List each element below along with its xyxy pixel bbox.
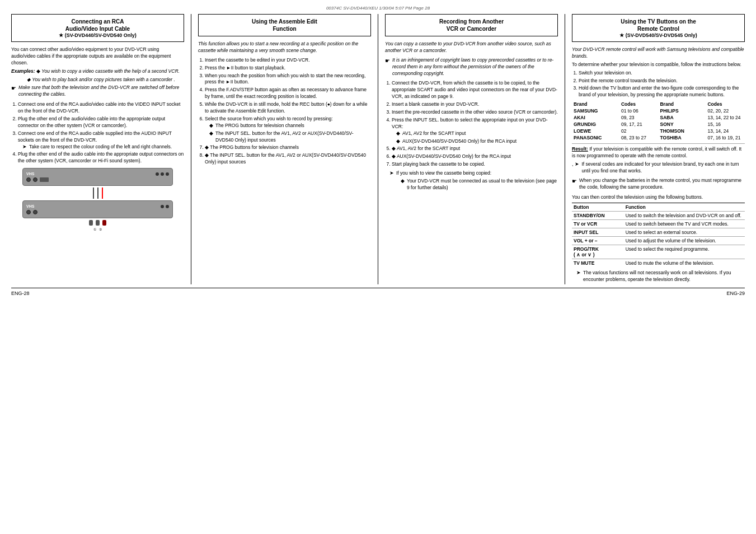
vcr-images-area: VHS — [11, 168, 184, 231]
col1-steps: Connect one end of the RCA audio/video c… — [11, 101, 184, 165]
col2-step2: Press the ►II button to start playback. — [205, 65, 371, 72]
col3-step7: Start playing back the cassette to be co… — [392, 161, 558, 168]
col4-step1: Switch your television on. — [579, 70, 745, 77]
col2-title-line2: Function — [203, 25, 366, 32]
col4-note2: ☛ When you change the batteries in the r… — [572, 177, 745, 193]
codes-header-2: Codes — [706, 101, 745, 107]
several-codes-text: several codes are indicated — [585, 161, 643, 167]
page-header-stamp: 00374C SV-DVD440/XEU 1/30/04 5:07 PM Pag… — [11, 6, 745, 11]
footer-right: ENG-29 — [726, 291, 745, 296]
col1-star: ★ (SV-DVD440/SV-DVD540 Only) — [16, 32, 179, 38]
col4-intro1: Your DVD-VCR remote control will work wi… — [572, 46, 745, 60]
col2-step7: ◆ The PROG buttons for television channe… — [205, 144, 371, 151]
col1-intro: You can connect other audio/video equipm… — [11, 46, 184, 67]
col3-step4b: ◆ AUX(SV-DVD440/SV-DVD540 Only) for the … — [392, 138, 558, 145]
col4-after-note: You can then control the television usin… — [572, 194, 745, 201]
col4-title-line2: Remote Control — [577, 25, 740, 32]
col4-step2: Point the remote control towards the tel… — [579, 78, 745, 85]
col3-step1: Connect the DVD-VCR, from which the cass… — [392, 80, 558, 100]
brand-codes-table: Brand Codes Brand Codes SAMSUNG 01 to 06… — [572, 101, 745, 141]
col3-title-line2: VCR or Camcorder — [390, 25, 553, 32]
brand-row-akai: AKAI 09, 23 SABA 13, 14, 22 to 24 — [572, 114, 745, 121]
section-box-col3: Recording from Another VCR or Camcorder — [385, 14, 558, 36]
col2-step8: ◆ The INPUT SEL. button for the AV1, AV2… — [205, 152, 371, 166]
col2-step5: While the DVD-VCR is in still mode, hold… — [205, 101, 371, 115]
brand-row-panasonic: PANASONIC 08, 23 to 27 TOSHIBA 07, 16 to… — [572, 134, 745, 141]
col3-step5: ◆ AV1, AV2 for the SCART input — [392, 146, 558, 152]
brand-table-divider — [572, 143, 745, 144]
col-divider-2 — [378, 14, 378, 284]
col3-step3: Insert the pre-recorded cassette in the … — [392, 109, 558, 116]
column-1: Connecting an RCA Audio/Video Input Cabl… — [11, 14, 184, 235]
col1-step2: Plug the other end of the audio/video ca… — [18, 116, 184, 129]
col3-steps: Connect the DVD-VCR, from which the cass… — [385, 80, 558, 168]
func-row-prog: PROG/TRK( ∧ or ∨ ) Used to select the re… — [572, 245, 745, 259]
func-row-standby: STANDBY/ON Used to switch the television… — [572, 212, 745, 220]
col3-title-line1: Recording from Another — [390, 18, 553, 25]
vcr-unit-2: VHS — [22, 200, 173, 218]
result-text: Result: If your television is compatible… — [572, 146, 745, 160]
col2-step6b: ◆ The INPUT SEL. button for the AV1, AV2… — [205, 130, 371, 144]
brand-header-2: Brand — [658, 101, 706, 107]
col3-note1: ☛ It is an infringement of copyright law… — [385, 57, 558, 79]
function-table: Button Function STANDBY/ON Used to switc… — [572, 203, 745, 267]
col1-note1: ☛ Make sure that both the television and… — [11, 85, 184, 100]
col1-step3: Connect one end of the RCA audio cable s… — [18, 130, 184, 151]
col4-intro2: To determine whether your television is … — [572, 62, 745, 68]
col1-step1: Connect one end of the RCA audio/video c… — [18, 101, 184, 115]
brand-row-grundig: GRUNDIG 09, 17, 21 SONY 15, 16 — [572, 121, 745, 128]
func-row-tvmute: TV MUTE Used to mute the volume of the t… — [572, 259, 745, 268]
brand-row-loewe: LOEWE 02 THOMSON 13, 14, 24 — [572, 128, 745, 134]
col2-title-line1: Using the Assemble Edit — [203, 18, 366, 25]
vcr-unit-1: VHS — [22, 168, 173, 186]
column-3: Recording from Another VCR or Camcorder … — [385, 14, 558, 193]
section-box-col1: Connecting an RCA Audio/Video Input Cabl… — [11, 14, 184, 42]
col1-examples-label: Examples: ◆ You wish to copy a video cas… — [11, 68, 184, 75]
col2-step1: Insert the cassette to be edited in your… — [205, 57, 371, 64]
func-row-inputsel: INPUT SEL Used to select an external sou… — [572, 228, 745, 237]
col3-step4a: ◆ AV1, AV2 for the SCART input — [392, 130, 558, 137]
col-divider-1 — [191, 14, 191, 284]
codes-header-1: Codes — [619, 101, 659, 107]
col3-step2: Insert a blank cassette in your DVD-VCR. — [392, 101, 558, 108]
func-row-tvorvcr: TV or VCR Used to switch between the TV … — [572, 220, 745, 228]
col3-intro: You can copy a cassette to your DVD-VCR … — [385, 41, 558, 54]
col1-step3a: ➤ Take care to respect the colour coding… — [18, 144, 184, 151]
col1-example2: ◆ You wish to play back and/or copy pict… — [11, 77, 184, 83]
col4-final-note: ➤ The various functions will not necessa… — [572, 270, 745, 283]
col3-step6: ◆ AUX(SV-DVD440/SV-DVD540 Only) for the … — [392, 153, 558, 160]
column-4: Using the TV Buttons on the Remote Contr… — [572, 14, 745, 284]
col2-step4: Press the F.ADV/STEP button again as oft… — [205, 87, 371, 100]
func-row-vol: VOL + or – Used to adjust the volume of … — [572, 237, 745, 245]
col4-star: ★ (SV-DVD540/SV-DVD545 Only) — [577, 32, 740, 38]
brand-row-samsung: SAMSUNG 01 to 06 PHILIPS 02, 20, 22 — [572, 107, 745, 114]
section-box-col4: Using the TV Buttons on the Remote Contr… — [572, 14, 745, 42]
column-2: Using the Assemble Edit Function This fu… — [198, 14, 371, 168]
col1-title-line2: Audio/Video Input Cable — [16, 25, 179, 32]
page-container: 00374C SV-DVD440/XEU 1/30/04 5:07 PM Pag… — [0, 0, 756, 534]
section-box-col2: Using the Assemble Edit Function — [198, 14, 371, 36]
col-divider-3 — [565, 14, 565, 284]
footer-left: ENG-28 — [11, 291, 30, 296]
col1-step4: Plug the other end of the audio cable in… — [18, 151, 184, 165]
col2-steps: Insert the cassette to be edited in your… — [198, 57, 371, 166]
brand-header-1: Brand — [572, 101, 619, 107]
col3-step4: Press the INPUT SEL. button to select th… — [392, 117, 558, 145]
col1-title-line1: Connecting an RCA — [16, 18, 179, 25]
col2-step6a: ◆ The PROG buttons for television channe… — [205, 123, 371, 129]
col2-step3: When you reach the position from which y… — [205, 73, 371, 86]
col4-step3: Hold down the TV button and enter the tw… — [579, 85, 745, 99]
func-header-function: Function — [624, 203, 745, 212]
col3-tip1a: ◆ Your DVD-VCR must be connected as usua… — [385, 178, 558, 191]
col2-intro: This function allows you to start a new … — [198, 41, 371, 54]
col2-step6: Select the source from which you wish to… — [205, 116, 371, 144]
comma-tip-container: , ➤ If several codes are indicated for y… — [572, 161, 745, 176]
col4-title-line1: Using the TV Buttons on the — [577, 18, 740, 25]
col4-steps: Switch your television on. Point the rem… — [572, 70, 745, 99]
func-header-button: Button — [572, 203, 624, 212]
col3-tip1: ➤ If you wish to view the cassette being… — [385, 170, 558, 177]
col4-tip1: ➤ If several codes are indicated for you… — [575, 161, 745, 175]
columns-wrapper: Connecting an RCA Audio/Video Input Cabl… — [11, 14, 745, 284]
page-footer: ENG-28 ENG-29 — [11, 288, 745, 296]
